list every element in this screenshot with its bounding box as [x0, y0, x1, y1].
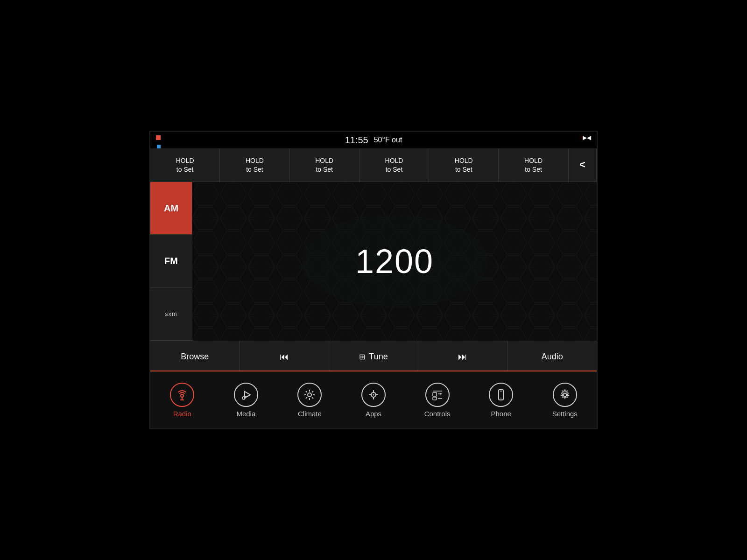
media-nav-label: Media — [236, 410, 255, 418]
browse-label: Browse — [181, 352, 209, 362]
bottom-nav-bar: Radio Media — [150, 371, 597, 428]
svg-point-5 — [181, 394, 183, 397]
frequency-number: 1200 — [355, 242, 434, 280]
frequency-display-area: 1200 — [192, 182, 597, 341]
preset-btn-1[interactable]: HOLDto Set — [150, 148, 220, 182]
svg-line-18 — [306, 397, 307, 399]
preset-btn-3[interactable]: HOLDto Set — [290, 148, 359, 182]
tune-icon: ⊞ — [359, 352, 365, 361]
nav-radio[interactable]: Radio — [150, 371, 214, 428]
top-right-indicator: ▶◀ — [581, 133, 591, 142]
settings-nav-icon — [553, 383, 577, 407]
radio-nav-icon — [170, 383, 194, 407]
nav-phone[interactable]: Phone — [469, 371, 533, 428]
audio-button[interactable]: Audio — [508, 341, 597, 372]
band-selector: AM FM sxm — [150, 182, 192, 341]
fm-band-button[interactable]: FM — [150, 235, 192, 287]
svg-rect-25 — [433, 392, 437, 396]
radio-icon-svg — [176, 388, 189, 401]
controls-nav-label: Controls — [424, 410, 451, 418]
playback-controls: Browse ⏮ ⊞ Tune ⏭ Audio — [150, 341, 597, 372]
svg-point-33 — [563, 393, 566, 396]
browse-button[interactable]: Browse — [150, 341, 240, 372]
next-icon: ⏭ — [458, 351, 467, 362]
clock-display: 11:55 — [345, 135, 368, 146]
nav-climate[interactable]: Climate — [278, 371, 342, 428]
phone-icon-svg — [495, 389, 507, 401]
phone-nav-label: Phone — [491, 410, 511, 418]
tune-label: Tune — [369, 352, 388, 362]
climate-nav-label: Climate — [298, 410, 322, 418]
controls-icon-svg — [431, 389, 444, 401]
svg-point-20 — [373, 394, 374, 395]
preset-btn-6[interactable]: HOLDto Set — [499, 148, 568, 182]
preset-btn-5[interactable]: HOLDto Set — [429, 148, 499, 182]
nav-controls[interactable]: Controls — [405, 371, 469, 428]
media-nav-icon — [234, 383, 258, 407]
tune-button[interactable]: ⊞ Tune — [329, 341, 418, 372]
radio-nav-label: Radio — [173, 410, 191, 418]
prev-icon: ⏮ — [280, 351, 289, 362]
apps-nav-icon — [361, 383, 386, 407]
svg-line-17 — [312, 391, 314, 392]
preset-back-button[interactable]: < — [569, 148, 597, 182]
presets-row: HOLDto Set HOLDto Set HOLDto Set HOLDto … — [150, 148, 597, 182]
apps-icon-svg — [367, 389, 380, 401]
sxm-band-button[interactable]: sxm — [150, 288, 192, 341]
phone-nav-icon — [489, 383, 513, 407]
apps-nav-label: Apps — [366, 410, 381, 418]
am-band-button[interactable]: AM — [150, 182, 192, 235]
climate-icon-svg — [303, 389, 316, 401]
car-infotainment-screen: 11:55 50°F out ▶◀ HOLDto Set HOLDto Set … — [149, 131, 598, 429]
preset-btn-4[interactable]: HOLDto Set — [359, 148, 429, 182]
svg-line-15 — [306, 391, 307, 392]
clock-area: 11:55 50°F out — [345, 135, 402, 146]
svg-rect-26 — [433, 397, 437, 400]
nav-apps[interactable]: Apps — [342, 371, 406, 428]
media-icon-svg — [240, 389, 252, 401]
svg-point-32 — [500, 398, 501, 399]
top-left-indicator — [156, 133, 164, 142]
temperature-display: 50°F out — [374, 136, 402, 144]
preset-btn-2[interactable]: HOLDto Set — [220, 148, 289, 182]
main-content-area: AM FM sxm 1200 — [150, 182, 597, 341]
prev-button[interactable]: ⏮ — [240, 341, 329, 372]
status-bar: 11:55 50°F out ▶◀ — [150, 132, 597, 148]
settings-icon-svg — [559, 389, 571, 401]
audio-label: Audio — [542, 352, 563, 362]
svg-point-10 — [308, 393, 311, 397]
nav-settings[interactable]: Settings — [533, 371, 597, 428]
climate-nav-icon — [297, 383, 322, 407]
controls-nav-icon — [425, 383, 450, 407]
settings-nav-label: Settings — [552, 410, 578, 418]
nav-media[interactable]: Media — [214, 371, 278, 428]
svg-line-16 — [312, 397, 314, 399]
next-button[interactable]: ⏭ — [418, 341, 507, 372]
